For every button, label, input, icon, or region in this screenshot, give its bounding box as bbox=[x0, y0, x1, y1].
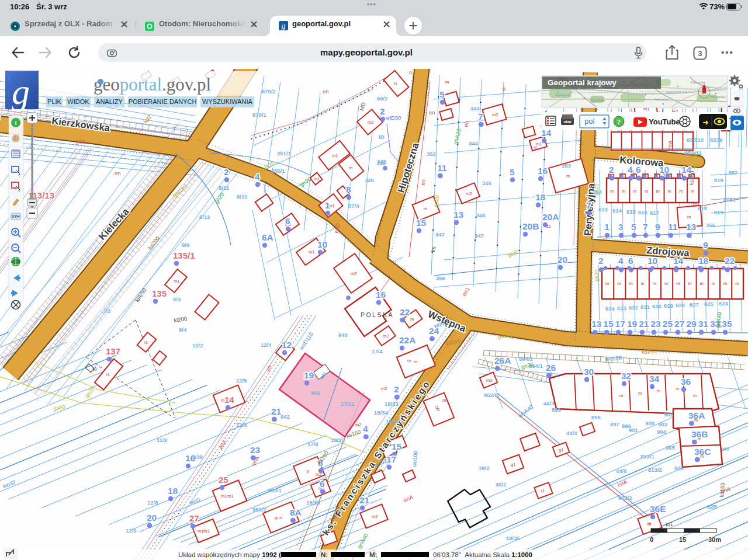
svg-text:82B: 82B bbox=[707, 503, 718, 510]
svg-text:345: 345 bbox=[482, 180, 492, 186]
svg-text:939: 939 bbox=[193, 454, 203, 460]
svg-text:m: m bbox=[645, 189, 648, 194]
svg-text:8A: 8A bbox=[290, 507, 302, 517]
svg-text:630: 630 bbox=[652, 303, 662, 309]
svg-text:g1: g1 bbox=[511, 462, 515, 467]
svg-text:wo150: wo150 bbox=[604, 354, 622, 362]
svg-text:m: m bbox=[676, 386, 679, 391]
svg-text:32: 32 bbox=[621, 371, 631, 381]
svg-text:m: m bbox=[414, 359, 417, 364]
svg-text:21: 21 bbox=[359, 495, 370, 505]
svg-text:m2: m2 bbox=[355, 422, 361, 427]
svg-text:22A: 22A bbox=[399, 335, 415, 345]
svg-text:9/4: 9/4 bbox=[179, 326, 187, 333]
svg-text:18/15: 18/15 bbox=[331, 437, 345, 443]
svg-text:23: 23 bbox=[250, 445, 261, 455]
svg-text:4: 4 bbox=[363, 424, 368, 434]
svg-text:m: m bbox=[633, 189, 636, 194]
svg-text:16: 16 bbox=[376, 290, 386, 300]
svg-text:616: 616 bbox=[638, 209, 647, 215]
svg-text:M:: M: bbox=[369, 551, 377, 558]
svg-text:6539: 6539 bbox=[710, 137, 722, 143]
svg-text:m: m bbox=[622, 189, 625, 194]
svg-text:5: 5 bbox=[510, 167, 515, 177]
svg-text:22: 22 bbox=[400, 307, 410, 317]
svg-text:m: m bbox=[445, 79, 449, 85]
svg-text:m: m bbox=[605, 281, 609, 286]
svg-text:23: 23 bbox=[651, 319, 662, 329]
svg-text:10: 10 bbox=[647, 256, 657, 266]
svg-text:12/5: 12/5 bbox=[236, 377, 247, 384]
svg-text:3: 3 bbox=[618, 222, 624, 232]
svg-text:813/1: 813/1 bbox=[640, 453, 654, 460]
svg-text:m2: m2 bbox=[486, 378, 492, 383]
svg-text:20B: 20B bbox=[522, 221, 539, 231]
svg-text:N:: N: bbox=[321, 551, 328, 558]
svg-text:m: m bbox=[534, 145, 537, 150]
svg-text:8/10: 8/10 bbox=[237, 193, 248, 200]
svg-text:14: 14 bbox=[224, 395, 234, 405]
svg-text:7: 7 bbox=[478, 112, 483, 121]
svg-text:349: 349 bbox=[365, 177, 374, 183]
svg-text:i1: i1 bbox=[106, 372, 110, 377]
svg-text:17: 17 bbox=[615, 319, 625, 329]
svg-text:896: 896 bbox=[591, 414, 601, 420]
svg-text:i1: i1 bbox=[409, 70, 413, 75]
svg-text:m: m bbox=[610, 189, 614, 194]
svg-text:Geoportal krajowy: Geoportal krajowy bbox=[548, 78, 617, 87]
svg-text:m1: m1 bbox=[198, 528, 203, 534]
svg-text:941: 941 bbox=[311, 389, 321, 396]
svg-text:9/3: 9/3 bbox=[173, 296, 181, 302]
svg-text:m: m bbox=[687, 214, 691, 220]
svg-text:10: 10 bbox=[317, 239, 327, 249]
svg-text:625: 625 bbox=[704, 301, 714, 307]
svg-text:16: 16 bbox=[538, 166, 548, 176]
svg-text:m: m bbox=[723, 281, 727, 286]
svg-text:615: 615 bbox=[626, 208, 636, 215]
svg-text:18: 18 bbox=[535, 192, 546, 202]
svg-text:34: 34 bbox=[649, 374, 660, 384]
svg-text:6: 6 bbox=[320, 479, 325, 489]
svg-text:953/2: 953/2 bbox=[252, 506, 266, 513]
svg-text:619: 619 bbox=[714, 177, 723, 183]
svg-text:Kamionka: Kamionka bbox=[590, 99, 605, 102]
svg-text:17/8: 17/8 bbox=[307, 441, 318, 447]
svg-text:39/2: 39/2 bbox=[479, 465, 490, 471]
svg-text:utm: utm bbox=[564, 120, 572, 124]
svg-text:m: m bbox=[693, 393, 697, 398]
svg-text:YouTube: YouTube bbox=[649, 117, 680, 126]
svg-text:0: 0 bbox=[650, 536, 653, 543]
svg-text:11: 11 bbox=[668, 222, 678, 232]
svg-text:i1: i1 bbox=[144, 340, 148, 345]
svg-text:gsA40: gsA40 bbox=[691, 151, 699, 168]
svg-text:en: en bbox=[429, 109, 435, 116]
svg-text:30m: 30m bbox=[708, 536, 721, 543]
svg-text:813/2: 813/2 bbox=[648, 467, 662, 473]
svg-text:m: m bbox=[410, 316, 414, 322]
svg-text:en: en bbox=[692, 200, 699, 207]
svg-text:m: m bbox=[679, 189, 683, 194]
svg-text:pol: pol bbox=[584, 117, 594, 126]
svg-text:m: m bbox=[676, 281, 680, 286]
svg-text:17/11: 17/11 bbox=[341, 401, 355, 407]
svg-text:632: 632 bbox=[629, 304, 638, 311]
svg-text:653/10: 653/10 bbox=[687, 137, 704, 143]
svg-text:614: 614 bbox=[612, 207, 622, 214]
svg-text:12: 12 bbox=[282, 340, 292, 350]
svg-text:1: 1 bbox=[604, 222, 610, 232]
svg-text:gs20: gs20 bbox=[593, 183, 600, 196]
svg-text:2: 2 bbox=[394, 384, 399, 394]
svg-text:15: 15 bbox=[603, 319, 614, 329]
svg-text:m: m bbox=[657, 388, 660, 394]
svg-text:m: m bbox=[566, 173, 570, 179]
svg-text:137: 137 bbox=[106, 346, 120, 356]
svg-text:12/8: 12/8 bbox=[147, 499, 158, 506]
svg-text:906: 906 bbox=[674, 465, 684, 471]
svg-text:t1: t1 bbox=[394, 81, 397, 86]
svg-text:57/4: 57/4 bbox=[348, 203, 359, 209]
svg-text:m: m bbox=[349, 165, 352, 171]
svg-text:5: 5 bbox=[439, 89, 445, 99]
svg-text:18/34: 18/34 bbox=[374, 409, 388, 416]
svg-text:3: 3 bbox=[698, 50, 702, 58]
svg-text:m: m bbox=[700, 454, 704, 459]
